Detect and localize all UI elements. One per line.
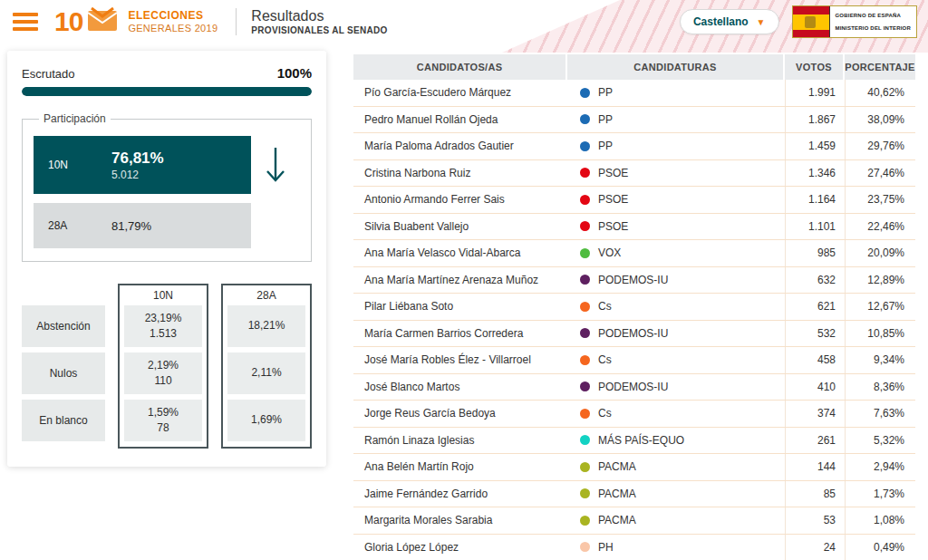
stats-label-enblanco: En blanco — [22, 400, 105, 441]
participation-10n-label: 10N — [48, 159, 90, 171]
candidature-cell: PODEMOS-IU — [567, 321, 785, 347]
candidate-name: José Blanco Martos — [353, 374, 567, 401]
percentage-value: 29,76% — [845, 133, 915, 159]
escrutado-progress-fill — [22, 87, 312, 96]
table-row: Cristina Narbona Ruiz PSOE 1.346 27,46% — [353, 160, 915, 188]
votes-value: 532 — [785, 321, 845, 347]
votes-value: 85 — [785, 481, 845, 507]
party-name: PSOE — [598, 193, 628, 206]
stats-10n-nulos-count: 110 — [154, 373, 171, 389]
chevron-down-icon: ▼ — [757, 17, 766, 27]
participacion-box: Participación 10N 76,81% 5.012 28A — [22, 112, 312, 262]
table-row: Jaime Fernández Garrido PACMA 85 1,73% — [353, 481, 915, 508]
votes-value: 985 — [785, 240, 845, 266]
candidate-name: Pío García-Escudero Márquez — [353, 80, 567, 106]
candidature-cell: PODEMOS-IU — [567, 374, 785, 401]
header-votos: VOTOS — [785, 54, 843, 80]
party-color-dot-icon — [580, 302, 590, 312]
table-row: Antonio Armando Ferrer Sais PSOE 1.164 2… — [353, 187, 915, 214]
percentage-value: 27,46% — [845, 160, 915, 187]
candidate-name: Ramón Linaza Iglesias — [353, 428, 567, 454]
stats-10n-enblanco: 1,59% 78 — [124, 400, 202, 441]
percentage-value: 5,32% — [845, 428, 915, 454]
percentage-value: 8,36% — [845, 374, 915, 401]
table-row: Ana María Velasco Vidal-Abarca VOX 985 2… — [353, 240, 915, 267]
party-name: PODEMOS-IU — [598, 381, 668, 393]
escrutado-value: 100% — [277, 65, 312, 81]
stats-10n-abstencion-count: 1.513 — [150, 326, 177, 342]
results-table-header: CANDIDATOS/AS CANDIDATURAS VOTOS PORCENT… — [353, 54, 915, 80]
logo-line2: GENERALES 2019 — [128, 23, 218, 34]
percentage-value: 12,67% — [845, 294, 915, 320]
elections-logo: 10 ELECCIONES GENERALES 2019 — [54, 6, 218, 37]
candidature-cell: PP — [567, 80, 785, 106]
party-name: Cs — [598, 353, 612, 366]
percentage-value: 1,08% — [845, 507, 915, 534]
title-block: Resultados PROVISIONALES AL SENADO — [251, 7, 387, 35]
votes-value: 24 — [785, 535, 845, 560]
stats-column-28a: 28A 18,21% 2,11% 1,69% — [221, 284, 312, 449]
party-name: VOX — [598, 246, 621, 259]
party-name: PACMA — [598, 514, 636, 526]
results-table-body: Pío García-Escudero Márquez PP 1.991 40,… — [353, 80, 915, 560]
candidate-name: María Paloma Adrados Gautier — [353, 133, 567, 159]
votes-value: 1.164 — [785, 187, 845, 213]
participation-10n-count: 5.012 — [111, 169, 164, 181]
stats-10n-abstencion: 23,19% 1.513 — [124, 305, 202, 347]
stats-28a-nulos: 2,11% — [227, 352, 305, 394]
candidature-cell: PODEMOS-IU — [567, 267, 785, 294]
votes-value: 1.867 — [785, 107, 845, 133]
candidature-cell: MÁS PAÍS-EQUO — [567, 428, 785, 454]
government-logo-text: GOBIERNO DE ESPAÑA MINISTERIO DEL INTERI… — [829, 6, 917, 37]
candidate-name: Ana María Velasco Vidal-Abarca — [353, 240, 567, 266]
party-color-dot-icon — [580, 381, 590, 391]
party-color-dot-icon — [580, 275, 590, 285]
header-right: Castellano ▼ GOBIERNO DE ESPAÑA MINISTER… — [680, 5, 917, 38]
party-color-dot-icon — [580, 195, 590, 205]
stats-28a-enblanco: 1,69% — [227, 400, 305, 441]
percentage-value: 2,94% — [845, 454, 915, 480]
stats-10n-enblanco-pct: 1,59% — [148, 405, 179, 420]
table-row: José María Robles Élez - Villarroel Cs 4… — [353, 347, 915, 374]
candidature-cell: Cs — [567, 294, 785, 320]
language-selector-button[interactable]: Castellano ▼ — [680, 9, 779, 34]
percentage-value: 38,09% — [845, 107, 915, 133]
escrutado-row: Escrutado 100% — [22, 65, 312, 81]
header-porcentaje: PORCENTAJE — [845, 54, 915, 80]
header-candidaturas: CANDIDATURAS — [567, 54, 783, 80]
stats-label-nulos: Nulos — [22, 352, 105, 394]
percentage-value: 22,46% — [845, 214, 915, 240]
hamburger-menu-icon[interactable] — [13, 9, 38, 34]
table-row: Pedro Manuel Rollán Ojeda PP 1.867 38,09… — [353, 107, 915, 134]
party-color-dot-icon — [580, 409, 590, 419]
party-color-dot-icon — [580, 328, 590, 338]
votes-value: 458 — [785, 347, 845, 373]
party-color-dot-icon — [580, 516, 590, 526]
table-row: Pilar Liébana Soto Cs 621 12,67% — [353, 294, 915, 321]
stats-column-10n: 10N 23,19% 1.513 2,19% 110 1,59% 78 — [118, 284, 208, 449]
candidate-name: María Carmen Barrios Corredera — [353, 321, 567, 347]
page-title: Resultados — [251, 7, 387, 24]
participation-28a-label: 28A — [48, 219, 90, 232]
results-table: CANDIDATOS/AS CANDIDATURAS VOTOS PORCENT… — [353, 54, 915, 560]
stats-10n-nulos: 2,19% 110 — [124, 352, 202, 394]
logo-number: 10 — [54, 6, 82, 37]
candidate-name: Ana María Martínez Arenaza Muñoz — [353, 267, 567, 294]
percentage-value: 23,75% — [845, 187, 915, 213]
votes-value: 1.459 — [785, 133, 845, 159]
table-row: María Carmen Barrios Corredera PODEMOS-I… — [353, 321, 915, 348]
percentage-value: 1,73% — [845, 481, 915, 507]
votes-value: 261 — [785, 428, 845, 454]
participation-row-10n: 10N 76,81% 5.012 — [34, 136, 300, 194]
trend-down-arrow-icon — [251, 144, 300, 186]
stats-column-10n-header: 10N — [124, 285, 202, 305]
gov-line1: GOBIERNO DE ESPAÑA — [836, 13, 912, 18]
candidate-name: Pilar Liébana Soto — [353, 294, 567, 320]
candidature-cell: PACMA — [567, 507, 785, 534]
participation-10n-box: 10N 76,81% 5.012 — [34, 136, 251, 194]
table-row: Ana María Martínez Arenaza Muñoz PODEMOS… — [353, 267, 915, 294]
table-row: Gloria López López PH 24 0,49% — [353, 535, 915, 560]
party-color-dot-icon — [580, 141, 590, 151]
percentage-value: 10,85% — [845, 321, 915, 347]
table-row: Pío García-Escudero Márquez PP 1.991 40,… — [353, 80, 915, 107]
